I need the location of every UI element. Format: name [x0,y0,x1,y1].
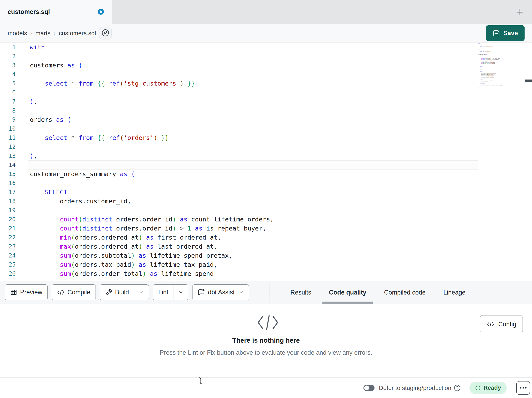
save-button[interactable]: Save [486,25,525,41]
code-line-content [28,160,478,170]
code-line-content [28,52,478,61]
code-line-11[interactable]: 11 select * from {{ ref('orders') }} [0,133,478,142]
code-line-25[interactable]: 25 sum(orders.tax_paid) as lifetime_tax_… [0,260,478,269]
overview-ruler[interactable] [525,43,532,281]
empty-state: There is nothing here Press the Lint or … [0,304,532,356]
code-line-5[interactable]: 5 select * from {{ ref('stg_customers') … [0,79,478,88]
breadcrumb-separator: › [30,30,32,36]
dbt-assist-button[interactable]: dbt Assist [192,284,249,300]
line-number: 24 [0,251,16,260]
code-line-12[interactable]: 12 [0,142,478,151]
code-line-content: sum(orders.tax_paid) as lifetime_tax_pai… [28,260,478,269]
code-line-content: select * from {{ ref('orders') }} [28,133,478,142]
code-line-9[interactable]: 9orders as ( [0,115,478,124]
code-line-14[interactable]: 14 [0,160,478,170]
code-line-content: ), [28,97,478,106]
breadcrumb-item-models[interactable]: models [8,30,27,37]
code-line-content: sum(orders.subtotal) as lifetime_spend_p… [28,251,478,260]
code-line-content: sum(orders.order_total) as lifetime_spen… [28,269,478,278]
line-number: 23 [0,242,16,251]
code-line-7[interactable]: 7), [0,97,478,106]
code-line-21[interactable]: 21 count(distinct orders.order_id) > 1 a… [0,224,478,233]
compass-icon [101,29,109,38]
tab-compiled-code[interactable]: Compiled code [375,281,434,304]
file-tab-customers-sql[interactable]: customers.sql [0,0,112,24]
code-line-13[interactable]: 13), [0,151,478,160]
line-number: 25 [0,260,16,269]
file-tab-strip: customers.sql + [0,0,532,24]
code-line-26[interactable]: 26 sum(orders.order_total) as lifetime_s… [0,269,478,278]
code-line-3[interactable]: 3customers as ( [0,61,478,70]
config-button[interactable]: Config [480,315,523,333]
lint-button-label: Lint [158,289,168,296]
more-options-button[interactable] [516,381,530,395]
compile-button[interactable]: Compile [52,284,96,300]
line-number: 17 [0,188,16,197]
line-number: 7 [0,97,16,106]
code-line-15[interactable]: 15customer_orders_summary as ( [0,170,478,179]
code-line-20[interactable]: 20 count(distinct orders.order_id) as co… [0,215,478,224]
code-line-content: customers as ( [28,61,478,70]
file-tab-title: customers.sql [8,8,50,15]
code-editor[interactable]: 1with23customers as (45 select * from {{… [0,43,532,281]
file-lineage-compass-button[interactable] [99,27,112,39]
code-line-24[interactable]: 24 sum(orders.subtotal) as lifetime_spen… [0,251,478,260]
preview-button-label: Preview [20,289,42,296]
code-line-content: with [28,43,478,52]
code-line-23[interactable]: 23 max(orders.ordered_at) as last_ordere… [0,242,478,251]
build-button[interactable]: Build [100,284,149,300]
tab-code-quality[interactable]: Code quality [320,281,375,304]
ide-status-badge: Ready [469,382,507,394]
preview-button[interactable]: Preview [5,284,48,300]
tab-lineage[interactable]: Lineage [434,281,474,304]
new-tab-button[interactable]: + [510,0,530,24]
overview-ruler-marker [525,79,532,82]
code-line-content: SELECT [28,188,478,197]
code-line-content: count(distinct orders.order_id) > 1 as i… [28,224,478,233]
code-line-content: orders as ( [28,115,478,124]
line-number: 26 [0,269,16,278]
tab-results[interactable]: Results [282,281,320,304]
code-line-content [28,142,478,151]
breadcrumb: models›marts›customers.sql [8,24,96,43]
code-line-17[interactable]: 17 SELECT [0,188,478,197]
toolbar-buttons: Preview Compile [5,284,249,300]
breadcrumb-item-customers-sql[interactable]: customers.sql [59,30,96,37]
build-dropdown-chevron[interactable] [134,285,149,300]
code-line-22[interactable]: 22 min(orders.ordered_at) as first_order… [0,233,478,242]
result-tabs: ResultsCode qualityCompiled codeLineage [282,281,475,304]
build-button-label: Build [115,289,129,296]
code-line-6[interactable]: 6 [0,88,478,97]
line-number: 15 [0,170,16,179]
dbt-assist-dropdown-chevron[interactable] [239,290,249,295]
compile-button-label: Compile [67,289,90,296]
breadcrumb-item-marts[interactable]: marts [35,30,51,37]
line-number: 22 [0,233,16,242]
line-number: 12 [0,142,16,151]
code-brackets-icon [57,289,64,295]
code-line-1[interactable]: 1with [0,43,478,52]
line-number: 2 [0,52,16,61]
lint-button[interactable]: Lint [153,284,188,300]
code-line-4[interactable]: 4 [0,70,478,79]
code-line-10[interactable]: 10 [0,124,478,133]
code-line-18[interactable]: 18 orders.customer_id, [0,197,478,206]
code-line-content: ), [28,151,478,160]
code-quality-panel: There is nothing here Press the Lint or … [0,304,532,378]
code-lines: 1with23customers as (45 select * from {{… [0,43,478,278]
code-line-content: max(orders.ordered_at) as last_ordered_a… [28,242,478,251]
code-line-2[interactable]: 2 [0,52,478,61]
status-bar: Defer to staging/production Ready [0,378,532,398]
code-line-8[interactable]: 8 [0,106,478,115]
defer-toggle[interactable] [363,385,374,391]
code-line-19[interactable]: 19 [0,206,478,215]
line-number: 19 [0,206,16,215]
lint-dropdown-chevron[interactable] [174,285,188,300]
dbt-cloud-ide-window: customers.sql + models›marts›customers.s… [0,0,532,398]
code-line-16[interactable]: 16 [0,179,478,188]
empty-state-title: There is nothing here [0,337,532,344]
help-icon[interactable] [454,385,461,391]
minimap[interactable]: withcustomers as ( select * from {{ ref(… [478,43,525,281]
dbt-assist-button-label: dbt Assist [208,289,235,296]
table-grid-icon [10,289,17,296]
